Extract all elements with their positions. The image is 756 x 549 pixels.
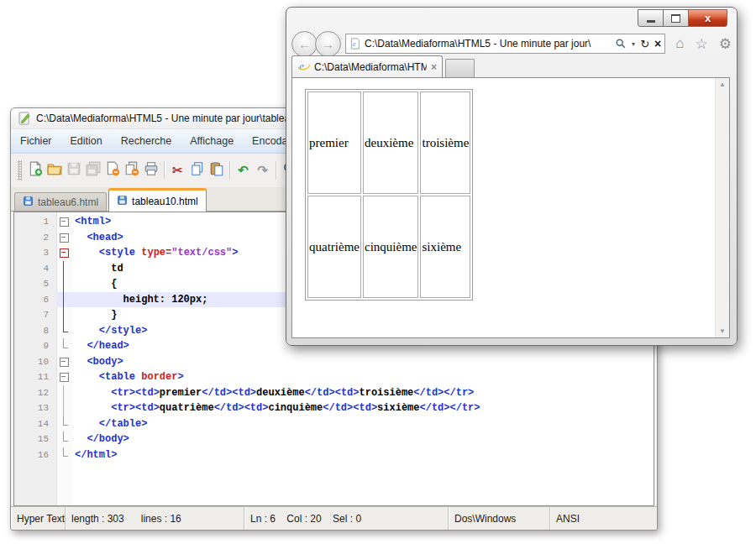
close-all-button[interactable] [122, 161, 141, 180]
status-doc-type: Hyper Text Markup Language file [11, 507, 66, 530]
line-body: </table> [56, 416, 654, 432]
minimize-button[interactable] [638, 9, 664, 27]
toolbar-grip[interactable] [18, 160, 22, 180]
fold-margin[interactable] [56, 261, 72, 277]
code-line[interactable]: 15 </body> [14, 431, 654, 447]
close-button[interactable]: x [688, 9, 727, 27]
fold-margin[interactable] [56, 230, 72, 246]
fold-toggle-icon[interactable] [60, 358, 69, 367]
forward-button[interactable]: → [315, 31, 341, 57]
new-file-button[interactable] [25, 161, 45, 180]
menu-affichage[interactable]: Affichage [181, 130, 243, 152]
page-table-cell: deuxième [363, 92, 418, 194]
caption-buttons: x [638, 9, 727, 27]
line-number: 15 [14, 434, 56, 444]
svg-text:e: e [299, 60, 304, 72]
menu-fichier[interactable]: Fichier [11, 130, 61, 152]
fold-toggle-icon[interactable] [60, 248, 69, 258]
fold-margin[interactable] [56, 354, 72, 370]
fold-guide [63, 261, 64, 277]
menu-edition[interactable]: Edition [61, 130, 112, 152]
new-file-icon [28, 161, 43, 180]
line-body: <tr><td>premier</td><td>deuxième</td><td… [56, 385, 654, 401]
fold-toggle-icon[interactable] [60, 233, 69, 243]
desktop: C:\Data\Mediaforma\HTML5 - Une minute pa… [0, 0, 756, 549]
copy-button[interactable] [187, 161, 207, 180]
fold-margin[interactable] [56, 338, 72, 354]
fold-guide [63, 307, 64, 323]
fold-toggle-icon[interactable] [60, 217, 69, 227]
code-line[interactable]: 10 <body> [14, 354, 654, 370]
fold-margin[interactable] [56, 369, 72, 385]
code-line[interactable]: 14 </table> [14, 416, 654, 432]
cut-button[interactable]: ✂ [168, 161, 187, 180]
tab-close-icon[interactable]: × [431, 61, 437, 73]
fold-margin[interactable] [56, 400, 72, 416]
home-icon[interactable]: ⌂ [675, 35, 684, 53]
fold-margin[interactable] [56, 431, 72, 447]
address-bar[interactable]: e C:\Data\Mediaforma\HTML5 - Une minute … [345, 34, 665, 54]
code-line[interactable]: 13 <tr><td>quatrième</td><td>cinquième</… [14, 400, 654, 416]
browser-tab[interactable]: e C:\Data\Mediaforma\HTM... × [291, 55, 443, 77]
menu-recherche[interactable]: Recherche [112, 130, 181, 152]
document-tab-tableau10[interactable]: tableau10.html [108, 188, 207, 212]
refresh-icon[interactable]: ↻ [640, 38, 649, 50]
browser-action-icons: ⌂☆⚙ [675, 35, 732, 53]
new-tab-button[interactable] [445, 59, 475, 77]
code-text: { [72, 278, 117, 290]
fold-margin[interactable] [56, 276, 72, 292]
redo-button[interactable]: ↷ [253, 161, 272, 180]
line-number: 14 [14, 419, 56, 429]
tab-label: tableau6.html [38, 196, 98, 208]
fold-margin[interactable] [56, 214, 72, 230]
code-line[interactable]: 11 <table border> [14, 369, 654, 385]
line-number: 13 [14, 403, 56, 413]
ie-navigation-bar: ← → e C:\Data\Mediaforma\HTML5 - Une min… [291, 30, 732, 57]
print-button[interactable] [141, 161, 160, 180]
fold-margin[interactable] [56, 447, 72, 463]
page-table-row: premierdeuxièmetroisième [307, 92, 470, 194]
code-text: <table border> [72, 371, 184, 383]
open-folder-button[interactable] [45, 161, 64, 180]
tools-icon[interactable]: ⚙ [719, 35, 732, 53]
line-number: 4 [14, 264, 56, 274]
fold-margin[interactable] [56, 385, 72, 401]
code-text: </html> [72, 449, 117, 461]
fold-margin[interactable] [56, 245, 72, 261]
code-line[interactable]: 12 <tr><td>premier</td><td>deuxième</td>… [14, 385, 654, 401]
stop-icon[interactable]: × [654, 37, 661, 50]
code-text: <style type="text/css"> [72, 247, 238, 259]
fold-guide [63, 431, 68, 442]
scroll-up-icon[interactable]: ▲ [719, 81, 726, 88]
line-number: 11 [14, 372, 56, 382]
favorites-icon[interactable]: ☆ [696, 35, 708, 53]
page-table-cell: sixième [420, 196, 470, 298]
code-text: </style> [72, 325, 147, 337]
fold-margin[interactable] [56, 323, 72, 339]
fold-guide [63, 416, 68, 426]
code-line[interactable]: 16</html> [14, 447, 654, 463]
code-text: <tr><td>quatrième</td><td>cinquième</td>… [72, 402, 480, 414]
line-number: 12 [14, 388, 56, 398]
close-file-button[interactable] [102, 161, 122, 180]
dropdown-icon[interactable]: ▾ [632, 40, 635, 48]
scroll-down-icon[interactable]: ▼ [719, 327, 726, 335]
code-text: } [72, 309, 117, 321]
paste-icon [209, 161, 224, 180]
redo-icon: ↷ [257, 163, 268, 178]
maximize-button[interactable] [663, 9, 689, 27]
back-button[interactable]: ← [291, 31, 318, 57]
fold-margin[interactable] [56, 416, 72, 432]
search-icon[interactable] [615, 38, 627, 50]
undo-button[interactable]: ↶ [234, 161, 253, 180]
vertical-scrollbar[interactable]: ▲ ▼ [715, 78, 729, 337]
address-input[interactable]: C:\Data\Mediaforma\HTML5 - Une minute pa… [365, 38, 612, 50]
code-text: <body> [72, 356, 123, 368]
line-number: 7 [14, 310, 56, 320]
document-tab-tableau6[interactable]: tableau6.html [14, 192, 107, 211]
close-all-icon [124, 161, 139, 180]
fold-margin[interactable] [56, 307, 72, 323]
paste-button[interactable] [207, 161, 226, 180]
fold-toggle-icon[interactable] [60, 373, 69, 382]
fold-margin[interactable] [56, 292, 72, 308]
